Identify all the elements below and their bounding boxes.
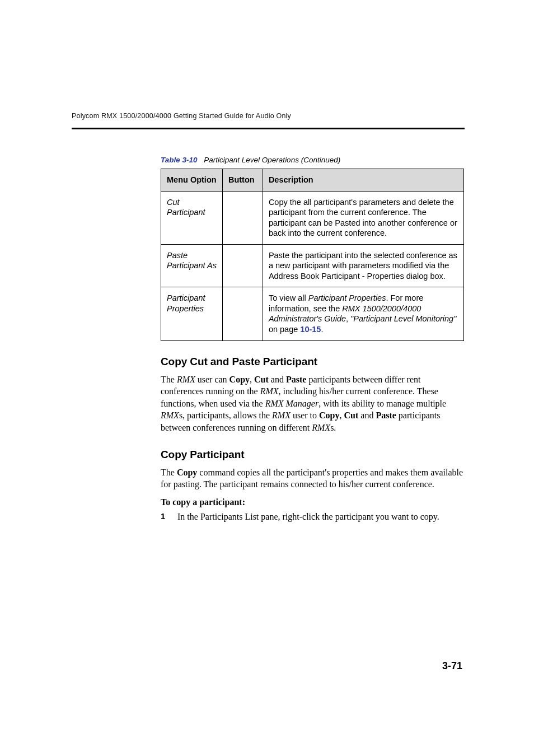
paragraph: The RMX user can Copy, Cut and Paste par… [161,374,464,434]
text: , [340,410,344,420]
paragraph: The Copy command copies all the particip… [161,466,464,491]
cell-description: To view all Participant Properties. For … [263,287,463,340]
text-italic: RMX [272,410,291,420]
desc-text: To view all [269,293,308,302]
desc-text: , [346,314,350,323]
text: s. [330,423,336,432]
cell-menu: Paste Participant As [161,244,223,287]
text-bold: Copy [319,410,339,420]
text: , [250,375,254,384]
table-caption: Table 3-10 Participant Level Operations … [161,156,464,164]
text-italic: RMX Manager [265,399,319,408]
list-item: 1 In the Participants List pane, right-c… [161,511,464,523]
text-italic: RMX, [260,386,281,396]
header-rule [72,128,465,129]
desc-em: "Participant Level Monitoring" [350,314,456,323]
desc-em: Participant Properties [308,293,386,302]
text-italic: RMX [161,410,179,420]
cell-button [222,287,263,340]
col-header-button: Button [222,169,263,192]
text: In the [177,512,200,521]
text: pane, right-click the participant you wa… [259,512,439,521]
page-number: 3-71 [442,660,462,672]
text-bold: Paste [286,375,306,384]
table-row: Participant Properties To view all Parti… [161,287,464,340]
heading-copy-cut-paste: Copy Cut and Paste Participant [161,356,464,368]
desc-text: on page [269,325,300,334]
text-bold: Copy [177,468,197,477]
page-ref-link[interactable]: 10-15 [300,325,321,334]
text: and [269,375,286,384]
text: The [161,375,177,384]
text: and [358,410,376,420]
text-bold: Cut [344,410,359,420]
table-caption-text: Participant Level Operations (Continued) [204,156,340,164]
text: The [161,468,177,477]
col-header-description: Description [263,169,463,192]
text: s, participants, allows the [179,410,272,420]
cell-menu: Cut Participant [161,191,223,244]
text-italic: RMX [312,423,330,432]
text: user can [195,375,229,384]
content-area: Table 3-10 Participant Level Operations … [161,156,464,522]
table-header-row: Menu Option Button Description [161,169,464,192]
text: command copies all the participant's pro… [161,468,463,489]
steps-list: 1 In the Participants List pane, right-c… [161,511,464,523]
cell-button [222,244,263,287]
text-bold: Cut [254,375,269,384]
text-italic: Participants List [200,512,259,521]
text: , with its ability to manage multiple [318,399,446,408]
procedure-lead: To copy a participant: [161,497,464,507]
running-header: Polycom RMX 1500/2000/4000 Getting Start… [72,112,291,120]
cell-description: Copy the all participant's parameters an… [263,191,463,244]
cell-menu: Participant Properties [161,287,223,340]
text: user to [291,410,319,420]
table-row: Cut Participant Copy the all participant… [161,191,464,244]
heading-copy-participant: Copy Participant [161,449,464,461]
text-bold: Copy [229,375,250,384]
text-bold: Paste [376,410,396,420]
operations-table: Menu Option Button Description Cut Parti… [161,169,464,341]
text-italic: RMX [177,375,195,384]
table-caption-id: Table 3-10 [161,156,198,164]
col-header-menu: Menu Option [161,169,223,192]
step-text: In the Participants List pane, right-cli… [177,511,464,523]
desc-text: . [321,325,323,334]
cell-description: Paste the participant into the selected … [263,244,463,287]
table-row: Paste Participant As Paste the participa… [161,244,464,287]
step-number: 1 [161,511,177,523]
cell-button [222,191,263,244]
